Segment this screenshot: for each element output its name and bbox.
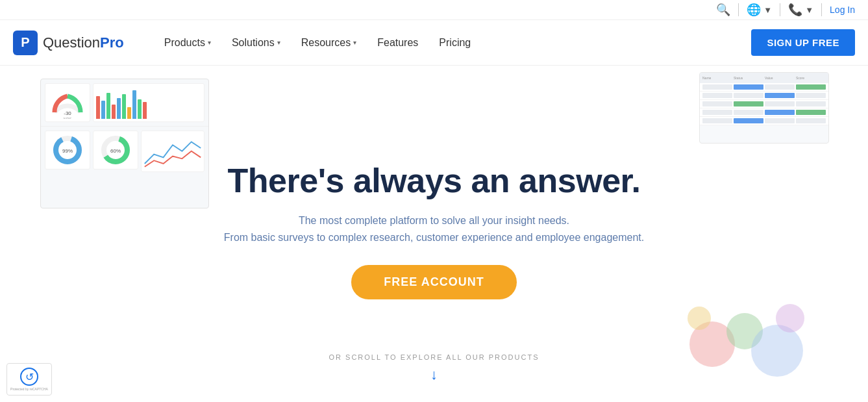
signup-button[interactable]: SIGN UP FREE bbox=[751, 29, 855, 56]
scatter-mockup bbox=[673, 292, 816, 383]
logo-plain: Question bbox=[43, 34, 100, 51]
svg-text:99%: 99% bbox=[62, 148, 73, 154]
divider-1 bbox=[738, 3, 739, 16]
table-row bbox=[700, 100, 828, 108]
search-icon[interactable]: 🔍 bbox=[716, 3, 730, 17]
hero-section: -30 NPS 99% bbox=[0, 66, 868, 396]
donut-chart-1: 99% bbox=[45, 131, 90, 170]
td-3 bbox=[765, 101, 795, 107]
navbar: P QuestionPro Products ▾ Solutions ▾ Res… bbox=[0, 20, 868, 66]
td-2 bbox=[734, 110, 763, 115]
nav-item-resources[interactable]: Resources ▾ bbox=[293, 32, 364, 54]
td-2 bbox=[734, 84, 763, 90]
globe-icon[interactable]: 🌐 ▼ bbox=[747, 3, 772, 17]
nav-solutions-label: Solutions bbox=[232, 37, 275, 49]
free-account-button[interactable]: FREE ACCOUNT bbox=[351, 265, 516, 299]
td-4 bbox=[796, 101, 826, 107]
scroll-text: OR SCROLL TO EXPLORE ALL OUR PRODUCTS bbox=[329, 353, 539, 361]
th-3: Value bbox=[765, 76, 795, 80]
td-3 bbox=[765, 118, 795, 123]
scroll-arrow[interactable]: ↓ bbox=[430, 366, 438, 383]
divider-3 bbox=[821, 3, 822, 16]
td-1 bbox=[702, 118, 732, 123]
table-row bbox=[700, 83, 828, 92]
table-row bbox=[700, 108, 828, 117]
nav-item-features[interactable]: Features bbox=[369, 32, 426, 54]
nav-products-chevron: ▾ bbox=[208, 39, 211, 46]
hero-content: There's always an answer. The most compl… bbox=[224, 162, 644, 299]
td-4 bbox=[796, 84, 826, 90]
recaptcha-text: Protected by reCAPTCHA bbox=[10, 387, 48, 391]
logo-icon: P bbox=[13, 31, 38, 55]
hero-subtitle-line2: From basic surveys to complex research, … bbox=[224, 232, 644, 243]
nav-resources-chevron: ▾ bbox=[353, 39, 356, 46]
login-link[interactable]: Log In bbox=[830, 5, 855, 15]
svg-point-10 bbox=[751, 325, 803, 377]
divider-2 bbox=[780, 3, 780, 16]
table-mockup: Name Status Value Score bbox=[699, 72, 829, 144]
svg-point-12 bbox=[776, 304, 804, 333]
td-3 bbox=[765, 84, 795, 90]
td-1 bbox=[702, 84, 732, 90]
td-4 bbox=[796, 110, 826, 115]
nav-products-label: Products bbox=[164, 37, 205, 49]
nav-solutions-chevron: ▾ bbox=[277, 39, 280, 46]
th-4: Score bbox=[796, 76, 826, 80]
svg-text:60%: 60% bbox=[110, 148, 121, 154]
bar-chart bbox=[93, 83, 205, 122]
logo-bold: Pro bbox=[100, 34, 124, 51]
utility-bar: 🔍 🌐 ▼ 📞 ▼ Log In bbox=[0, 0, 868, 20]
nav-features-label: Features bbox=[377, 37, 418, 49]
hero-subtitle: The most complete platform to solve all … bbox=[224, 212, 644, 245]
donut-chart-2: 60% bbox=[93, 131, 138, 170]
nav-links: Products ▾ Solutions ▾ Resources ▾ Featu… bbox=[156, 32, 752, 54]
table-header: Name Status Value Score bbox=[700, 73, 828, 83]
nav-pricing-label: Pricing bbox=[439, 37, 471, 49]
th-1: Name bbox=[702, 76, 732, 80]
logo[interactable]: P QuestionPro bbox=[13, 31, 124, 55]
mockup-top-row: -30 NPS bbox=[41, 79, 208, 127]
hero-title: There's always an answer. bbox=[224, 162, 644, 199]
logo-text: QuestionPro bbox=[43, 34, 124, 51]
td-4 bbox=[796, 93, 826, 98]
recaptcha-icon: ↺ bbox=[20, 368, 38, 386]
gauge-chart: -30 NPS bbox=[45, 83, 90, 122]
svg-text:NPS: NPS bbox=[64, 117, 71, 119]
nav-item-solutions[interactable]: Solutions ▾ bbox=[224, 32, 288, 54]
th-2: Status bbox=[734, 76, 763, 80]
phone-label: ▼ bbox=[805, 5, 813, 15]
mockup-bottom-row: 99% 60% bbox=[41, 127, 208, 176]
table-row bbox=[700, 117, 828, 125]
td-1 bbox=[702, 93, 732, 98]
td-1 bbox=[702, 101, 732, 107]
dashboard-mockup: -30 NPS 99% bbox=[40, 79, 209, 208]
nav-resources-label: Resources bbox=[301, 37, 351, 49]
td-2 bbox=[734, 93, 763, 98]
td-2 bbox=[734, 118, 763, 123]
svg-point-11 bbox=[688, 307, 711, 330]
line-chart bbox=[141, 131, 205, 172]
td-2 bbox=[734, 101, 763, 107]
scroll-section: OR SCROLL TO EXPLORE ALL OUR PRODUCTS ↓ bbox=[329, 353, 539, 383]
svg-text:-30: -30 bbox=[64, 110, 71, 116]
td-3 bbox=[765, 110, 795, 115]
td-3 bbox=[765, 93, 795, 98]
globe-label: ▼ bbox=[763, 5, 772, 15]
td-4 bbox=[796, 118, 826, 123]
nav-item-products[interactable]: Products ▾ bbox=[156, 32, 219, 54]
recaptcha-badge: ↺ Protected by reCAPTCHA bbox=[6, 363, 52, 396]
hero-subtitle-line1: The most complete platform to solve all … bbox=[299, 215, 569, 226]
phone-icon[interactable]: 📞 ▼ bbox=[788, 3, 813, 17]
nav-item-pricing[interactable]: Pricing bbox=[431, 32, 478, 54]
td-1 bbox=[702, 110, 732, 115]
table-row bbox=[700, 92, 828, 100]
